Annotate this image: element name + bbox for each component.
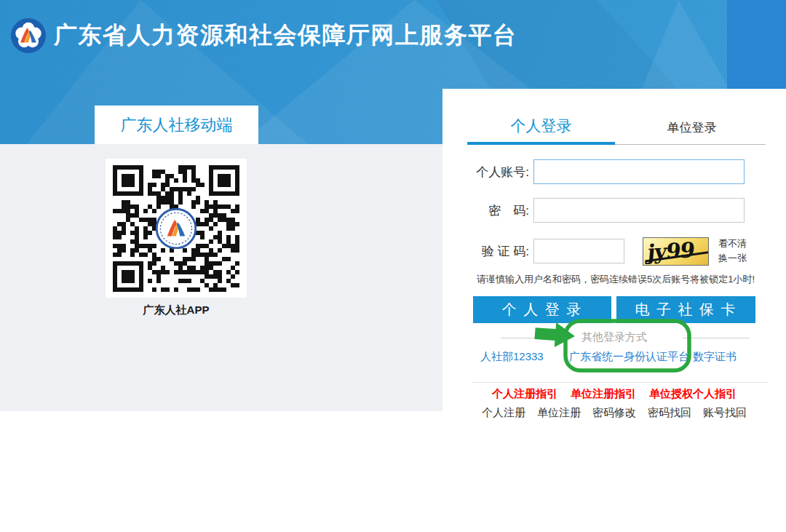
button-row: 个 人 登 录 电 子 社 保 卡 <box>473 296 786 323</box>
link-password-recover[interactable]: 密码找回 <box>648 406 691 420</box>
link-account-recover[interactable]: 账号找回 <box>703 406 747 420</box>
qr-card <box>106 159 247 298</box>
account-label: 个人账号: <box>442 164 529 180</box>
divider-line-right <box>683 338 750 338</box>
captcha-label: 验 证 码: <box>442 243 529 260</box>
link-password-change[interactable]: 密码修改 <box>592 406 636 420</box>
link-gd-unified-identity[interactable]: 广东省统一身份认证平台 <box>569 350 689 364</box>
link-personal-register[interactable]: 个人注册 <box>482 406 525 420</box>
link-personal-register-guide[interactable]: 个人注册指引 <box>492 387 557 401</box>
captcha-image[interactable]: jy99 <box>643 237 709 266</box>
guide-links-row: 个人注册指引 单位注册指引 单位授权个人指引 <box>442 387 786 401</box>
qr-caption: 广东人社APP <box>106 303 247 317</box>
password-input[interactable] <box>533 198 745 223</box>
other-login-label: 其他登录方式 <box>581 330 647 343</box>
link-mohrss-12333[interactable]: 人社部12333 <box>480 350 544 364</box>
link-unit-register[interactable]: 单位注册 <box>537 406 581 420</box>
link-unit-authorize-guide[interactable]: 单位授权个人指引 <box>649 387 737 401</box>
login-tabs: 个人登录 单位登录 <box>442 89 786 145</box>
site-title: 广东省人力资源和社会保障厅网上服务平台 <box>54 20 517 52</box>
captcha-row: 验 证 码: jy99 看不清 换一张 <box>442 237 786 266</box>
site-logo-icon <box>10 17 47 54</box>
link-digital-certificate[interactable]: 数字证书 <box>693 350 737 364</box>
page: 广东省人力资源和社会保障厅网上服务平台 广东人社移动端 广东人社APP 个人登录… <box>0 0 786 532</box>
personal-login-button[interactable]: 个 人 登 录 <box>473 296 611 323</box>
tab-personal-login[interactable]: 个人登录 <box>467 116 615 136</box>
password-label: 密 码: <box>442 202 529 219</box>
account-input[interactable] <box>533 159 745 184</box>
account-row: 个人账号: <box>442 159 786 184</box>
login-warning-text: 请谨慎输入用户名和密码，密码连续错误5次后账号将被锁定1小时! <box>477 273 786 286</box>
active-tab-underline <box>467 142 615 145</box>
captcha-refresh-line1: 看不清 <box>718 237 747 251</box>
other-login-links: 人社部12333 广东省统一身份认证平台 数字证书 <box>442 350 786 365</box>
captcha-refresh-line2: 换一张 <box>718 251 747 266</box>
bottom-links-row: 个人注册 单位注册 密码修改 密码找回 账号找回 <box>442 406 786 420</box>
divider-line-left <box>501 338 546 338</box>
captcha-input[interactable] <box>533 239 624 263</box>
tab-divider-line <box>615 144 766 145</box>
electronic-social-card-button[interactable]: 电 子 社 保 卡 <box>616 296 755 323</box>
tab-mobile-apps-label: 广东人社移动端 <box>121 114 233 136</box>
qr-wrap <box>113 165 239 292</box>
tab-unit-login[interactable]: 单位登录 <box>639 119 745 136</box>
login-panel: 个人登录 单位登录 个人账号: 密 码: 验 证 码: jy99 看不清 换一张 <box>442 89 786 411</box>
qr-center-logo-icon <box>156 208 196 249</box>
tab-mobile-apps[interactable]: 广东人社移动端 <box>95 106 258 144</box>
link-unit-register-guide[interactable]: 单位注册指引 <box>571 387 636 401</box>
brand: 广东省人力资源和社会保障厅网上服务平台 <box>10 17 517 54</box>
captcha-refresh-link[interactable]: 看不清 换一张 <box>718 237 747 266</box>
other-login-divider: 其他登录方式 <box>442 330 786 345</box>
section-divider <box>472 382 769 383</box>
password-row: 密 码: <box>442 198 786 223</box>
